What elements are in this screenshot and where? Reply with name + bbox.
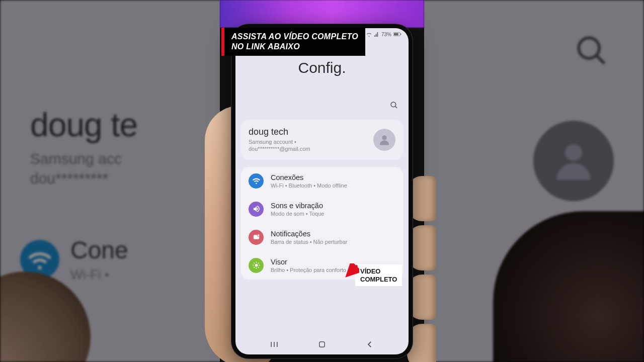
- brightness-icon: [249, 258, 264, 273]
- android-navbar: [235, 336, 409, 354]
- setting-subtitle: Barra de status • Não perturbar: [271, 239, 347, 245]
- account-name: doug tech: [249, 127, 367, 137]
- settings-list: Conexões Wi-Fi • Bluetooth • Modo offlin…: [240, 167, 404, 280]
- page-title: Config.: [235, 59, 409, 76]
- purple-led-background: [220, 0, 424, 28]
- notification-icon: [249, 230, 264, 245]
- svg-point-11: [255, 264, 258, 267]
- avatar: [373, 129, 395, 151]
- svg-line-25: [348, 265, 357, 275]
- svg-line-18: [254, 267, 254, 267]
- svg-line-19: [258, 263, 259, 263]
- phone-screen: 73% Config. doug tech Samsung account • …: [235, 28, 409, 354]
- wifi-icon: [249, 173, 264, 189]
- speaker-icon: [249, 202, 264, 217]
- setting-subtitle: Wi-Fi • Bluetooth • Modo offline: [271, 183, 347, 189]
- setting-subtitle: Modo de som • Toque: [271, 211, 324, 217]
- search-button[interactable]: [389, 101, 398, 112]
- svg-point-2: [565, 144, 582, 161]
- battery-icon: [393, 32, 401, 37]
- signal-icon: [374, 32, 379, 37]
- account-subtitle: Samsung account • dou**********@gmail.co…: [249, 138, 367, 153]
- home-button[interactable]: [316, 339, 328, 350]
- video-completo-callout[interactable]: VÍDEO COMPLETO: [355, 264, 402, 286]
- setting-title: Notificações: [271, 230, 347, 238]
- svg-point-8: [382, 135, 386, 140]
- cta-banner: ASSISTA AO VÍDEO COMPLETO NO LINK ABAIXO: [221, 28, 365, 56]
- setting-title: Conexões: [271, 173, 347, 182]
- setting-conexoes[interactable]: Conexões Wi-Fi • Bluetooth • Modo offlin…: [240, 167, 404, 195]
- samsung-account-card[interactable]: doug tech Samsung account • dou*********…: [240, 120, 404, 160]
- svg-rect-5: [400, 34, 401, 35]
- battery-percent: 73%: [381, 32, 391, 37]
- svg-rect-4: [394, 33, 398, 36]
- bg-right-avatar-fragment: [533, 121, 614, 201]
- svg-line-7: [395, 107, 397, 108]
- setting-sons-vibracao[interactable]: Sons e vibração Modo de som • Toque: [240, 195, 404, 223]
- setting-title: Sons e vibração: [271, 202, 324, 210]
- phone-frame: 73% Config. doug tech Samsung account • …: [231, 24, 413, 358]
- arrow-icon: [344, 263, 359, 279]
- svg-point-10: [257, 234, 260, 237]
- svg-line-16: [254, 263, 254, 263]
- bg-right-search-fragment: [574, 33, 609, 70]
- wifi-icon: [366, 32, 372, 37]
- svg-rect-23: [319, 342, 325, 347]
- svg-point-6: [391, 102, 396, 107]
- svg-point-0: [579, 38, 599, 58]
- search-icon: [389, 101, 398, 110]
- svg-line-1: [597, 56, 605, 64]
- svg-line-17: [258, 267, 259, 267]
- setting-notificacoes[interactable]: Notificações Barra de status • Não pertu…: [240, 223, 404, 251]
- bg-left-account-fragment: doug te Samsung acc dou*********: [30, 106, 137, 188]
- recents-button[interactable]: [269, 339, 280, 350]
- back-button[interactable]: [364, 339, 375, 350]
